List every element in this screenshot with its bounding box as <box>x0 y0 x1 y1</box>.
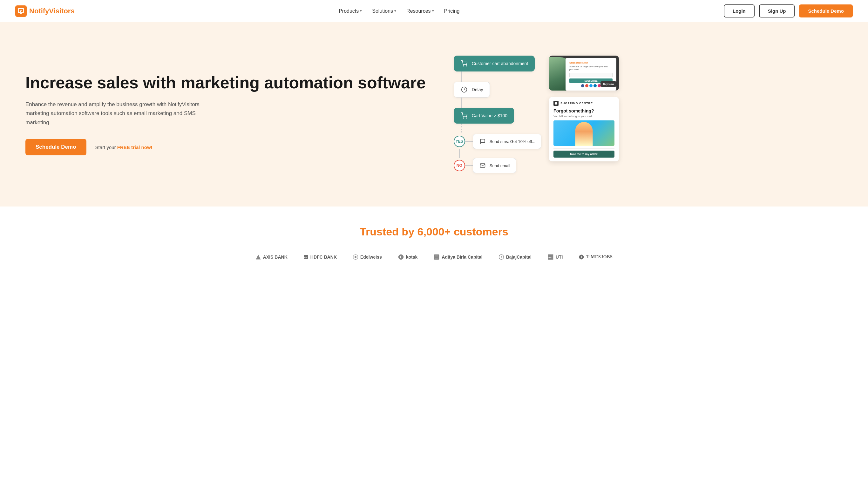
subscribe-popup-desc: Subscribe us to get 10% OFF your first p… <box>569 65 613 71</box>
signup-button[interactable]: Sign Up <box>759 4 795 18</box>
branch-v-connector <box>459 149 460 158</box>
flow-node-sms: Send sms: Get 10% off... <box>473 134 541 149</box>
flow-connector-3 <box>461 124 462 134</box>
subscribe-popup-input <box>569 73 613 77</box>
cart-icon <box>460 60 468 67</box>
sms-icon <box>479 138 487 145</box>
hero-free-trial: Start your FREE trial now! <box>95 145 153 150</box>
nav-solutions[interactable]: Solutions ▾ <box>372 8 396 14</box>
login-button[interactable]: Login <box>724 4 754 18</box>
flow-node-cart: Customer cart abandonment <box>454 56 535 71</box>
hero-right: Customer cart abandonment Delay <box>454 56 849 173</box>
subscribe-card-image: Subscribe Now Subscribe us to get 10% OF… <box>549 56 619 91</box>
nav-products[interactable]: Products ▾ <box>339 8 362 14</box>
svg-marker-9 <box>256 255 260 260</box>
shop-logo-icon <box>554 101 559 106</box>
logos-row: AXIS BANK HDFC HDFC BANK Edelweiss kotak… <box>13 254 855 260</box>
nav-resources[interactable]: Resources ▾ <box>406 8 434 14</box>
branch-h-line-no <box>465 165 473 166</box>
shop-header: SHOPPING CENTRE <box>554 101 615 106</box>
logo-icon <box>15 5 27 17</box>
hero-title: Increase sales with marketing automation… <box>25 73 441 92</box>
logo-uti: UTI UTI <box>548 254 563 260</box>
hero-description: Enhance the revenue and amplify the busi… <box>25 100 203 128</box>
nav-demo-button[interactable]: Schedule Demo <box>799 4 853 18</box>
flow-node-delay-label: Delay <box>472 87 483 92</box>
hero-left: Increase sales with marketing automation… <box>25 73 454 155</box>
yes-circle: YES <box>454 136 465 147</box>
linkedin-icon <box>593 84 597 87</box>
logo-kotak: kotak <box>398 254 418 260</box>
product-image <box>554 120 615 146</box>
flow-diagram: Customer cart abandonment Delay <box>454 56 541 173</box>
trusted-title: Trusted by 6,000+ customers <box>13 225 855 238</box>
twitter-icon <box>589 84 593 87</box>
take-me-btn[interactable]: Take me to my order! <box>554 151 615 158</box>
subscribe-popup-title: Subscribe Now <box>569 61 613 64</box>
flow-node-email: Send email <box>473 158 516 173</box>
email-label: Send email <box>490 163 510 168</box>
facebook-icon <box>581 84 584 87</box>
free-trial-link[interactable]: FREE trial now! <box>117 145 153 150</box>
svg-point-7 <box>466 118 467 119</box>
logo-edelweiss: Edelweiss <box>353 254 382 260</box>
hero-demo-button[interactable]: Schedule Demo <box>25 139 86 155</box>
chevron-down-icon: ▾ <box>360 9 362 13</box>
hero-cta: Schedule Demo Start your FREE trial now! <box>25 139 441 155</box>
cart2-icon <box>460 112 468 119</box>
branch-h-line-yes <box>465 141 473 142</box>
nav-actions: Login Sign Up Schedule Demo <box>724 4 853 18</box>
logo-hdfc-bank: HDFC HDFC BANK <box>303 254 337 260</box>
flow-node-cartvalue: Cart Value > $100 <box>454 108 514 124</box>
svg-point-6 <box>463 118 464 119</box>
sms-label: Send sms: Get 10% off... <box>490 139 535 144</box>
forgot-card-body: SHOPPING CENTRE Forgot something? You le… <box>549 97 619 161</box>
logo-axis-bank: AXIS BANK <box>255 254 287 260</box>
flow-node-delay: Delay <box>454 82 490 97</box>
nav-pricing[interactable]: Pricing <box>444 8 460 14</box>
shop-name: SHOPPING CENTRE <box>560 102 593 105</box>
branch-yes-row: YES Send sms: Get 10% off... <box>454 134 541 149</box>
hero-section: Increase sales with marketing automation… <box>0 22 868 207</box>
svg-point-3 <box>463 66 464 66</box>
card-divider <box>554 148 615 149</box>
chevron-down-icon: ▾ <box>394 9 396 13</box>
clock-icon <box>460 86 468 93</box>
logo-timesjobs: TiMESJOBS <box>579 254 613 260</box>
flow-node-cartvalue-label: Cart Value > $100 <box>472 113 507 118</box>
preview-cards: Subscribe Now Subscribe us to get 10% OF… <box>549 56 619 161</box>
svg-text:HDFC: HDFC <box>304 257 308 258</box>
svg-point-8 <box>555 102 557 104</box>
svg-point-4 <box>466 66 467 66</box>
logo-text: NotifyVisitors <box>29 7 75 15</box>
forgot-subtitle: You left something in your cart <box>554 115 615 118</box>
subscribe-card: Subscribe Now Subscribe us to get 10% OF… <box>549 56 619 91</box>
branch-no-row: NO Send email <box>454 158 516 173</box>
trusted-section: Trusted by 6,000+ customers AXIS BANK HD… <box>0 207 868 273</box>
svg-text:UTI: UTI <box>548 256 552 258</box>
forgot-card: SHOPPING CENTRE Forgot something? You le… <box>549 97 619 161</box>
forgot-title: Forgot something? <box>554 108 615 114</box>
no-circle: NO <box>454 160 465 171</box>
logo[interactable]: NotifyVisitors <box>15 5 75 17</box>
navbar: NotifyVisitors Products ▾ Solutions ▾ Re… <box>0 0 868 22</box>
flow-connector-2 <box>461 97 462 108</box>
google-icon <box>585 84 588 87</box>
product-person <box>576 122 593 146</box>
email-icon <box>479 162 487 169</box>
chevron-down-icon: ▾ <box>432 9 434 13</box>
nav-links: Products ▾ Solutions ▾ Resources ▾ Prici… <box>339 8 459 14</box>
buy-now-btn: Buy Now <box>600 81 616 87</box>
logo-aditya-birla: Aditya Birla Capital <box>433 254 482 260</box>
flow-node-cart-label: Customer cart abandonment <box>472 61 528 66</box>
logo-bajaj-capital: BajajCapital <box>498 254 531 260</box>
flow-connector-1 <box>461 71 462 82</box>
